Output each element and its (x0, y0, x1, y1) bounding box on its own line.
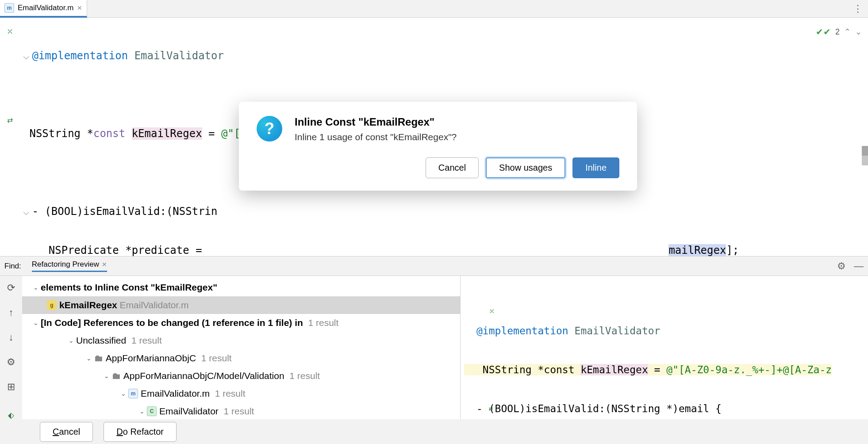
chevron-down-icon[interactable]: ⌄ (137, 402, 147, 420)
tab-filename: EmailValidator.m (18, 4, 73, 12)
chevron-down-icon[interactable]: ⌄ (119, 385, 128, 402)
code-text: const (93, 127, 132, 140)
tree-result-count: 1 result (289, 367, 320, 385)
tree-result-count: 1 result (308, 314, 338, 332)
code-text: - (BOOL)isEmailValid:(NSStrin (32, 205, 217, 218)
chevron-down-icon[interactable]: ⌄ (102, 367, 111, 385)
tree-item[interactable]: ⌄ 🖿 AppForMariannaObjC/Model/Validation … (22, 367, 460, 385)
tree-label: EmailValidator.m (141, 385, 210, 402)
find-label: Find: (4, 262, 21, 271)
inline-button[interactable]: Inline (572, 157, 619, 178)
refresh-icon[interactable]: ⟳ (7, 282, 15, 294)
tree-label-location: EmailValidator.m (120, 296, 189, 314)
tree-item[interactable]: ⌄ m EmailValidator.m 1 result (22, 385, 460, 402)
cancel-button[interactable]: Cancel (426, 157, 479, 178)
tree-root[interactable]: ⌄ elements to Inline Const "kEmailRegex" (22, 279, 460, 296)
code-selection: mailRegex (668, 244, 726, 256)
tree-item[interactable]: ⌄ C EmailValidator 1 result (22, 402, 460, 420)
chevron-down-icon[interactable]: ⌄ (31, 279, 41, 296)
code-highlight: kEmailRegex (580, 364, 648, 375)
tree-label: Unclassified (76, 332, 126, 349)
marker-stripe[interactable] (862, 146, 868, 156)
folder-icon: 🖿 (111, 367, 121, 385)
class-icon: C (147, 406, 157, 416)
refactoring-preview-tab[interactable]: Refactoring Preview ✕ (32, 260, 107, 272)
do-refactor-button[interactable]: Do Refactor (104, 422, 177, 442)
dialog-message: Inline 1 usage of const "kEmailRegex"? (295, 132, 457, 142)
tree-result-count: 1 result (215, 385, 246, 402)
objc-file-icon: m (4, 3, 14, 13)
code-text: * (87, 127, 93, 140)
tree-item[interactable]: ⌄ Unclassified 1 result (22, 332, 460, 349)
usages-tree[interactable]: ⌄ elements to Inline Const "kEmailRegex"… (22, 276, 460, 426)
tree-label: AppForMariannaObjC (106, 349, 196, 367)
chevron-down-icon[interactable]: ⌄ (66, 332, 76, 349)
tab-options-icon[interactable]: ⋮ (847, 0, 868, 17)
gear-icon[interactable]: ⚙ (837, 260, 846, 272)
chevron-up-icon[interactable]: ⌃ (844, 27, 851, 37)
preview-toolbar: ⟳ ↑ ↓ ⚙ ⊞ (0, 276, 22, 426)
find-toolbar: Find: Refactoring Preview ✕ ⚙ — (0, 256, 868, 276)
code-text: - (BOOL)isEmailValid:(NSString *)email { (476, 403, 722, 414)
code-text: @implementation (32, 50, 128, 62)
editor-gutter: ⤫ ⇄ (0, 18, 19, 256)
tab-label: Refactoring Preview (32, 260, 99, 269)
tree-label: EmailValidator (159, 402, 219, 420)
layout-icon[interactable]: ⊞ (7, 381, 15, 393)
inspection-count: 2 (835, 27, 840, 37)
tree-item[interactable]: ⌄ 🖿 AppForMariannaObjC 1 result (22, 349, 460, 367)
cancel-button[interactable]: Cancel (40, 422, 93, 442)
tree-label: elements to Inline Const "kEmailRegex" (41, 279, 217, 296)
code-text: NSString (29, 127, 87, 140)
tree-label: kEmailRegex (59, 296, 117, 314)
folder-icon: 🖿 (94, 349, 103, 367)
code-text: ]; (726, 244, 739, 256)
code-text: NSPredicate *predicate = (23, 244, 208, 256)
code-text: EmailValidator (575, 325, 661, 337)
gear-icon[interactable]: ⚙ (7, 356, 15, 368)
code-text: = (202, 127, 221, 140)
code-string: @"[A-Z0-9a-z._%+-]+@[A-Za-z (666, 364, 832, 375)
dialog-title: Inline Const "kEmailRegex" (295, 116, 457, 128)
show-usages-button[interactable]: Show usages (486, 157, 565, 178)
marker-stripe[interactable] (862, 156, 868, 165)
check-icon: ✔✔ (816, 27, 831, 37)
close-icon[interactable]: ✕ (102, 261, 107, 268)
swap-icon[interactable]: ⇄ (7, 116, 13, 124)
arrow-down-icon[interactable]: ↓ (9, 332, 14, 343)
preview-editor[interactable]: ⤫ ⇄ @implementation EmailValidator NSStr… (460, 276, 868, 426)
arrow-up-icon[interactable]: ↑ (9, 307, 14, 318)
tree-references-header[interactable]: ⌄ [In Code] References to be changed (1 … (22, 314, 460, 332)
global-icon: g (47, 300, 57, 310)
code-text: = (648, 364, 667, 375)
inline-dialog: ? Inline Const "kEmailRegex" Inline 1 us… (239, 102, 637, 191)
refactor-action-bar: Cancel Do Refactor (0, 419, 868, 444)
swap-icon: ⇄ (489, 404, 493, 413)
file-tab[interactable]: m EmailValidator.m ✕ (0, 0, 87, 18)
tree-label: [In Code] References to be changed (1 re… (41, 314, 303, 332)
diff-icon[interactable]: ⬖ (8, 410, 14, 420)
question-icon: ? (257, 116, 282, 142)
close-icon[interactable]: ✕ (77, 4, 82, 11)
chevron-down-icon[interactable]: ⌄ (31, 314, 41, 332)
refactoring-preview-pane: ⟳ ↑ ↓ ⚙ ⊞ ⌄ elements to Inline Const "kE… (0, 276, 868, 426)
code-text: EmailValidator (134, 50, 224, 62)
tree-label: AppForMariannaObjC/Model/Validation (123, 367, 284, 385)
structure-icon: ⤫ (489, 307, 495, 315)
structure-icon[interactable]: ⤫ (7, 27, 13, 36)
code-highlight: kEmailRegex (132, 127, 202, 140)
minimize-icon[interactable]: — (854, 260, 864, 272)
inspection-widget[interactable]: ✔✔ 2 ⌃ ⌄ (816, 27, 862, 37)
tree-result-count: 1 result (201, 349, 232, 367)
tree-item-selected[interactable]: g kEmailRegex EmailValidator.m (22, 296, 460, 314)
tree-result-count: 1 result (131, 332, 162, 349)
editor-tabbar: m EmailValidator.m ✕ ⋮ (0, 0, 868, 18)
chevron-down-icon[interactable]: ⌄ (84, 349, 94, 367)
chevron-down-icon[interactable]: ⌄ (855, 27, 862, 37)
objc-file-icon: m (128, 389, 138, 398)
tree-result-count: 1 result (224, 402, 254, 420)
preview-gutter: ⤫ ⇄ (463, 282, 495, 426)
